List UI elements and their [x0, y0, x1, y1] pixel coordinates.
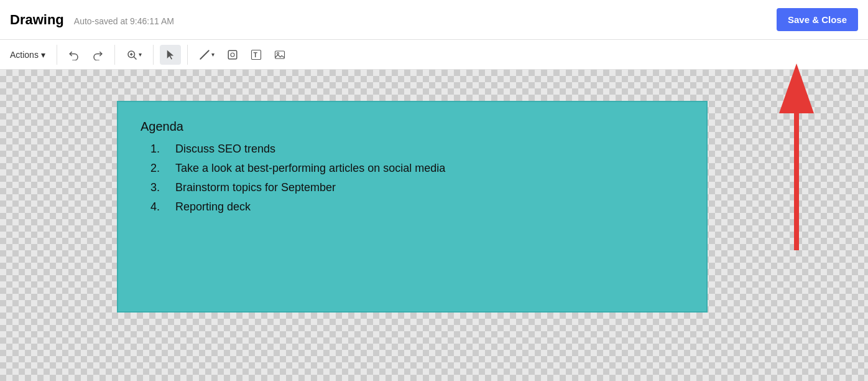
drawing-card: Agenda Discuss SEO trends Take a look at… [117, 101, 708, 313]
svg-line-5 [200, 50, 209, 59]
zoom-button[interactable]: ▾ [121, 45, 147, 65]
select-button[interactable] [160, 45, 181, 65]
list-item: Brainstorm topics for September [163, 181, 684, 194]
app-title: Drawing [10, 12, 64, 28]
autosave-status: Auto-saved at 9:46:11 AM [74, 16, 174, 26]
image-icon [274, 49, 285, 60]
redo-icon [92, 49, 103, 60]
list-item: Discuss SEO trends [163, 143, 684, 156]
list-item: Reporting deck [163, 200, 684, 214]
line-icon [199, 49, 210, 60]
zoom-icon [126, 49, 137, 60]
header-left: Drawing Auto-saved at 9:46:11 AM [10, 12, 174, 28]
svg-point-7 [231, 53, 234, 57]
drawing-card-content: Agenda Discuss SEO trends Take a look at… [118, 102, 706, 237]
svg-line-1 [134, 57, 137, 60]
card-title: Agenda [141, 120, 684, 134]
svg-marker-4 [167, 50, 174, 59]
svg-rect-6 [228, 50, 237, 59]
zoom-dropdown-icon: ▾ [139, 51, 142, 58]
red-arrow-annotation [762, 70, 831, 263]
shape-icon [227, 49, 238, 60]
shape-button[interactable] [222, 45, 243, 65]
svg-point-11 [277, 52, 279, 54]
undo-icon [68, 49, 80, 60]
svg-rect-10 [275, 51, 284, 59]
actions-button[interactable]: Actions ▾ [5, 47, 50, 63]
toolbar: Actions ▾ ▾ ▾ [0, 40, 868, 70]
toolbar-divider-1 [57, 45, 57, 65]
actions-dropdown-icon: ▾ [41, 50, 45, 60]
undo-button[interactable] [63, 45, 85, 65]
image-button[interactable] [269, 45, 290, 65]
card-list: Discuss SEO trends Take a look at best-p… [141, 143, 684, 214]
select-icon [165, 49, 176, 60]
toolbar-divider-3 [153, 45, 154, 65]
canvas-area[interactable]: Agenda Discuss SEO trends Take a look at… [0, 70, 868, 381]
text-icon: T [251, 49, 262, 60]
toolbar-divider-4 [187, 45, 188, 65]
svg-text:T: T [253, 50, 257, 58]
text-button[interactable]: T [246, 45, 267, 65]
line-dropdown-icon: ▾ [211, 51, 215, 58]
save-close-button[interactable]: Save & Close [777, 8, 858, 31]
header: Drawing Auto-saved at 9:46:11 AM Save & … [0, 0, 868, 40]
list-item: Take a look at best-performing articles … [163, 162, 684, 175]
toolbar-divider-2 [114, 45, 115, 65]
actions-label: Actions [10, 50, 39, 60]
line-button[interactable]: ▾ [194, 45, 219, 65]
redo-button[interactable] [87, 45, 108, 65]
